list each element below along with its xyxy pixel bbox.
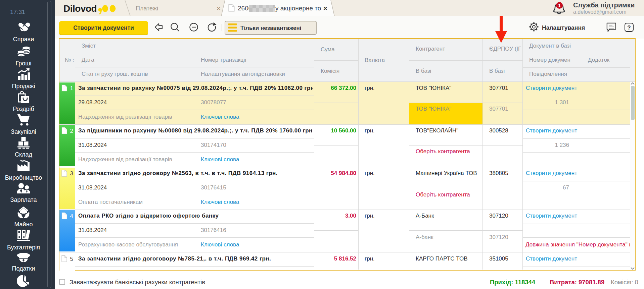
svg-text:1: 1 — [558, 3, 560, 8]
